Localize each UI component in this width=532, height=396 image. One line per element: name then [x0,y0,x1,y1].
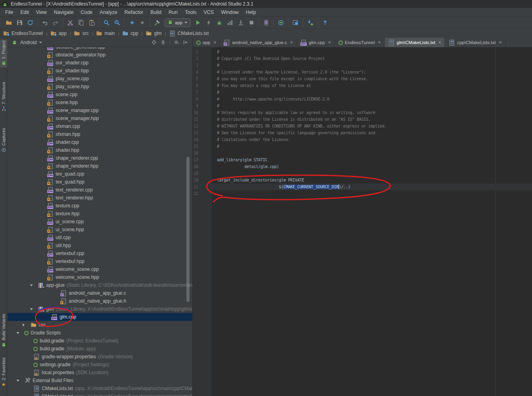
attach-android-process-icon[interactable] [307,19,314,26]
tool-window-button-build-variants[interactable]: Build Variants [0,313,7,349]
tree-item-shader-hpp[interactable]: hshader.hpp [8,146,192,154]
tree-item-android-native-app-glue-c[interactable]: Candroid_native_app_glue.c [8,289,192,297]
close-tab-icon[interactable]: × [290,40,293,45]
tree-item-gradle-scripts[interactable]: Gradle Scripts [8,329,192,337]
tree-item-texture-cpp[interactable]: C++texture.cpp [8,202,192,210]
menu-vcs[interactable]: VCS [200,10,217,15]
editor-tab-endlesstunnel[interactable]: EndlessTunnel× [335,38,385,47]
breadcrumb-item-app[interactable]: app [50,30,67,37]
sdk-manager-icon[interactable] [292,19,299,26]
expanded-arrow-icon[interactable] [16,332,19,334]
close-tab-icon[interactable]: × [213,40,216,45]
tree-item-cmakelists-txt-43[interactable]: CMakeLists.txt(app, X:\Android\EndlessTu… [8,384,192,392]
menu-tools[interactable]: Tools [181,10,200,15]
menu-edit[interactable]: Edit [17,10,33,15]
breadcrumb-item-src[interactable]: src [74,30,89,37]
tree-item-vertexbuf-hpp[interactable]: hvertexbuf.hpp [8,257,192,265]
tree-item-local-properties-41[interactable]: local.properties(SDK Location) [8,369,192,377]
menu-build[interactable]: Build [147,10,165,15]
menu-run[interactable]: Run [165,10,181,15]
close-tab-icon[interactable]: × [328,40,331,45]
redo-icon[interactable] [52,19,59,26]
paste-icon[interactable] [88,19,95,26]
tree-item-app-glue-30[interactable]: Napp-glue(Static Library, C:\SDKs\Androi… [8,281,192,289]
forward-icon[interactable] [139,19,146,26]
tree-item-sfxman-hpp[interactable]: hsfxman.hpp [8,130,192,138]
back-icon[interactable] [128,19,135,26]
tree-item-scene-hpp[interactable]: hscene.hpp [8,99,192,106]
save-all-icon[interactable] [16,19,23,26]
expanded-arrow-icon[interactable] [30,308,33,310]
tree-item-util-cpp[interactable]: C++util.cpp [8,234,192,241]
run-configuration-dropdown[interactable]: app [164,18,191,27]
tree-item-tex-quad-hpp[interactable]: htex_quad.hpp [8,178,192,186]
tree-item-text-renderer-cpp[interactable]: C++text_renderer.cpp [8,186,192,194]
menu-view[interactable]: View [33,10,50,15]
collapsed-arrow-icon[interactable] [23,323,25,326]
project-tree[interactable]: C++obstacle_generator.cpphobstacle_gener… [8,38,192,396]
menu-refactor[interactable]: Refactor [121,10,147,15]
instant-run-icon[interactable] [205,19,212,26]
breadcrumb-item-endlesstunnel[interactable]: EndlessTunnel [3,30,43,37]
undo-icon[interactable] [41,19,48,26]
replace-icon[interactable] [114,19,121,26]
settings-gear-icon[interactable] [173,39,180,46]
attach-debugger-icon[interactable] [237,19,244,26]
tool-window-button-2-favorites[interactable]: 2: Favorites★ [0,356,7,388]
tree-item-shape-renderer-cpp[interactable]: C++shape_renderer.cpp [8,154,192,162]
tree-item-our-shader-hpp[interactable]: hour_shader.hpp [8,67,192,75]
tree-item-ui-scene-cpp[interactable]: C++ui_scene.cpp [8,218,192,226]
tree-item-gradle-wrapper-properties-39[interactable]: gradle-wrapper.properties(Gradle Version… [8,353,192,361]
tree-item-play-scene-hpp[interactable]: hplay_scene.hpp [8,83,192,91]
tree-item-build-gradle-37[interactable]: build.gradle(Project: EndlessTunnel) [8,337,192,345]
tree-item-shader-cpp[interactable]: C++shader.cpp [8,138,192,146]
tree-scrollbar[interactable] [186,157,190,302]
avd-manager-icon[interactable] [263,19,270,26]
make-project-icon[interactable] [154,19,161,26]
tree-item-obstacle-generator-hpp[interactable]: hobstacle_generator.hpp [8,51,192,59]
tree-item-res[interactable]: res [8,321,192,329]
tree-item-glm-33[interactable]: Nglm(Static Library, X:\Android\EndlessT… [8,305,192,313]
editor-tab-glm-cpp[interactable]: C++glm.cpp× [297,38,335,47]
hide-panel-icon[interactable] [182,39,189,46]
collapse-all-icon[interactable] [160,39,166,46]
breadcrumb-item-cmakelists-txt[interactable]: CMakeLists.txt [169,30,209,37]
project-view-selector[interactable]: Android [20,40,37,45]
code-area[interactable]: ## Copyright (C) The Android Open Source… [211,48,532,396]
editor-tab-android-native-app-glue-c[interactable]: Candroid_native_app_glue.c× [220,38,297,47]
tree-item-scene-cpp[interactable]: C++scene.cpp [8,91,192,99]
menu-analyze[interactable]: Analyze [96,10,121,15]
close-tab-icon[interactable]: × [378,40,381,45]
sync-gradle-icon[interactable] [277,19,284,26]
tree-item-welcome-scene-cpp[interactable]: C++welcome_scene.cpp [8,265,192,273]
close-tab-icon[interactable]: × [499,40,502,45]
tree-item-vertexbuf-cpp[interactable]: C++vertexbuf.cpp [8,249,192,257]
tree-item-android-native-app-glue-h[interactable]: handroid_native_app_glue.h [8,297,192,305]
tree-item-our-shader-cpp[interactable]: C++our_shader.cpp [8,59,192,67]
tool-window-button-captures[interactable]: Captures [0,127,7,155]
stop-icon[interactable] [248,19,255,26]
editor-body[interactable]: 12345678910111213141516171819202122 ## C… [193,48,532,396]
open-icon[interactable] [5,19,12,26]
editor-tab-glm-cmakelists-txt[interactable]: glm\CMakeLists.txt× [385,38,445,47]
breadcrumb-item-cpp[interactable]: cpp [122,30,138,37]
expanded-arrow-icon[interactable] [30,284,33,286]
debug-icon[interactable] [216,19,223,26]
breadcrumb-item-main[interactable]: main [96,30,115,37]
profile-icon[interactable] [226,19,234,26]
tree-item-cmakelists-txt-44[interactable]: CMakeLists.txt(app, X:\Android\EndlessTu… [8,392,192,396]
close-tab-icon[interactable]: × [438,40,441,45]
menu-file[interactable]: File [2,10,17,15]
find-icon[interactable] [103,19,110,26]
help-icon[interactable]: ? [321,19,329,26]
tree-item-tex-quad-cpp[interactable]: C++tex_quad.cpp [8,170,192,178]
tree-item-welcome-scene-hpp[interactable]: hwelcome_scene.hpp [8,273,192,281]
tool-window-button-1-project[interactable]: 1: Project [0,39,7,68]
breadcrumb-item-glm[interactable]: glm [146,30,162,37]
tree-item-text-renderer-hpp[interactable]: htext_renderer.hpp [8,194,192,202]
tree-item-external-build-files[interactable]: External Build Files [8,377,192,384]
tree-item-ui-scene-hpp[interactable]: hui_scene.hpp [8,226,192,234]
tree-item-play-scene-cpp[interactable]: C++play_scene.cpp [8,75,192,83]
tool-window-button-7-structure[interactable]: 7: Structure [0,81,7,113]
tree-item-glm-cpp[interactable]: C++glm.cpp [8,313,192,321]
